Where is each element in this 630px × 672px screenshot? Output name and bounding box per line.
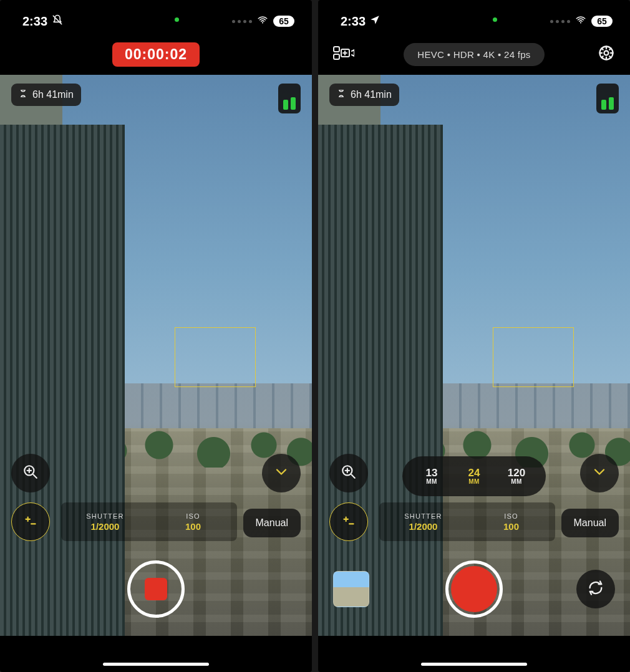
privacy-indicator-icon [493,17,497,22]
remaining-storage-badge[interactable]: 6h 41min [329,84,399,106]
home-indicator[interactable] [103,663,209,666]
lens-unit: MM [468,478,480,485]
camera-toolbar: 00:00:02 [0,35,312,74]
iso-param[interactable]: ISO 100 [467,502,555,541]
exposure-params: SHUTTER 1/2000 ISO 100 [61,502,237,541]
status-time: 2:33 [22,14,47,29]
hourglass-icon [19,89,27,101]
exposure-params: SHUTTER 1/2000 ISO 100 [379,502,555,541]
focus-indicator[interactable] [175,327,256,387]
expand-controls-button[interactable] [262,454,301,492]
location-icon [369,14,380,29]
iso-param[interactable]: ISO 100 [149,502,237,541]
exposure-button[interactable] [11,502,50,541]
svg-rect-3 [334,47,339,52]
record-button[interactable] [445,560,503,618]
manual-mode-button[interactable]: Manual [243,509,301,537]
settings-button[interactable] [598,44,615,64]
projects-button[interactable] [333,45,354,64]
status-bar: 2:33 65 [318,0,630,35]
silent-icon [51,14,64,29]
dynamic-island-dots-icon [550,20,570,23]
lens-13mm[interactable]: 13 MM [414,460,450,492]
lens-120mm[interactable]: 120 MM [498,460,535,492]
dynamic-island-dots-icon [232,20,252,23]
lens-unit: MM [426,478,437,485]
remaining-storage-value: 6h 41min [351,89,392,100]
viewfinder-content [0,75,312,636]
iso-value: 100 [503,521,519,532]
home-indicator[interactable] [421,663,527,666]
chevron-down-icon [273,463,290,483]
remaining-storage-value: 6h 41min [32,89,74,100]
last-clip-thumbnail[interactable] [333,571,369,607]
chevron-down-icon [591,463,608,483]
svg-point-0 [262,22,263,23]
audio-level-meter[interactable] [278,84,301,113]
lens-unit: MM [511,478,522,485]
shutter-param[interactable]: SHUTTER 1/2000 [379,502,467,541]
lens-value: 120 [508,468,525,478]
stop-recording-button[interactable] [127,560,185,618]
svg-point-2 [580,22,581,23]
focus-indicator[interactable] [493,327,574,387]
manual-mode-button[interactable]: Manual [561,509,619,537]
magnifier-plus-icon [341,464,357,482]
svg-rect-4 [334,54,339,59]
lens-value: 24 [468,468,480,478]
exposure-button[interactable] [329,502,368,541]
recording-timer: 00:00:02 [112,42,200,67]
audio-level-meter[interactable] [596,84,619,113]
iso-label: ISO [186,512,200,520]
hourglass-icon [337,89,346,101]
stop-icon [145,578,167,600]
iso-value: 100 [185,521,201,532]
record-icon [451,566,497,612]
privacy-indicator-icon [175,17,179,22]
zoom-button[interactable] [11,454,50,492]
phone-screen-idle: 2:33 65 HEVC • HDR • 4K • 24 fps [318,0,630,672]
shutter-param[interactable]: SHUTTER 1/2000 [61,502,149,541]
wifi-icon [574,14,588,28]
exposure-plusminus-icon [341,512,357,531]
battery-level: 65 [591,16,613,27]
flip-camera-icon [587,579,604,599]
recording-format-button[interactable]: HEVC • HDR • 4K • 24 fps [404,43,544,66]
capture-row [318,555,630,623]
lens-value: 13 [426,468,438,478]
viewfinder-content [318,75,630,636]
lens-24mm[interactable]: 24 MM [456,460,492,492]
shutter-label: SHUTTER [404,512,442,520]
phone-screen-recording: 2:33 65 00:00:02 6h 41min [0,0,312,672]
battery-level: 65 [273,16,294,27]
shutter-label: SHUTTER [86,512,124,520]
svg-point-7 [604,51,609,55]
iso-label: ISO [504,512,518,520]
status-time: 2:33 [341,14,366,29]
wifi-icon [256,14,269,28]
flip-camera-button[interactable] [576,570,615,608]
magnifier-plus-icon [22,464,39,482]
camera-viewfinder[interactable]: 6h 41min 13 MM 24 MM 120 MM [318,75,630,636]
exposure-plusminus-icon [22,512,39,531]
expand-controls-button[interactable] [580,454,619,492]
status-bar: 2:33 65 [0,0,312,35]
camera-viewfinder[interactable]: 6h 41min SHUTTER 1/2000 IS [0,75,312,636]
zoom-button[interactable] [329,454,368,492]
camera-toolbar: HEVC • HDR • 4K • 24 fps [318,35,630,74]
lens-picker: 13 MM 24 MM 120 MM [402,456,546,496]
shutter-value: 1/2000 [91,521,120,532]
shutter-value: 1/2000 [409,521,438,532]
remaining-storage-badge[interactable]: 6h 41min [11,84,81,106]
capture-row [0,555,312,623]
